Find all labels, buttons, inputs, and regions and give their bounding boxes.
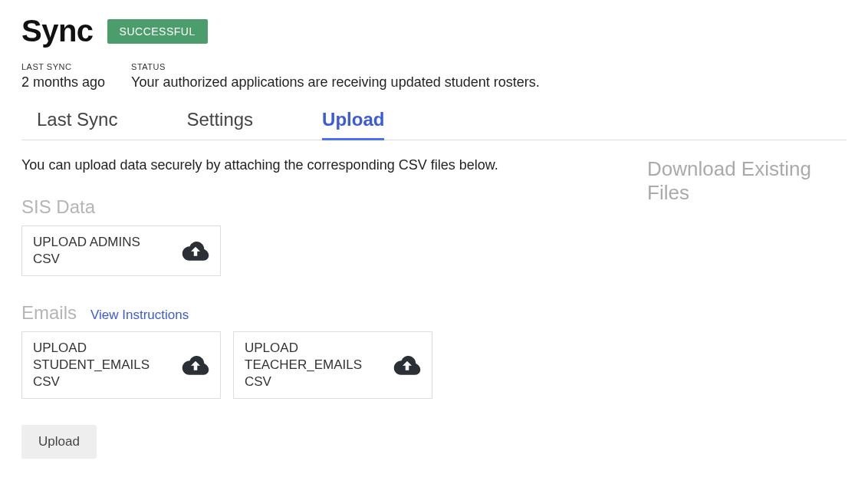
upload-admins-card[interactable]: UPLOAD ADMINS CSV [21,225,221,276]
tab-settings[interactable]: Settings [186,104,253,140]
upload-admins-label: UPLOAD ADMINS CSV [33,234,168,268]
status-badge: SUCCESSFUL [107,19,208,44]
info-last-sync: LAST SYNC 2 months ago [21,62,105,91]
status-label: STATUS [131,62,540,71]
upload-teacher-emails-label: UPLOAD TEACHER_EMAILS CSV [245,340,380,390]
tabs: Last Sync Settings Upload [21,104,847,140]
tab-upload[interactable]: Upload [322,104,384,140]
cloud-upload-icon [393,355,421,375]
upload-student-emails-label: UPLOAD STUDENT_EMAILS CSV [33,340,168,390]
intro-text: You can upload data securely by attachin… [21,157,624,173]
upload-teacher-emails-card[interactable]: UPLOAD TEACHER_EMAILS CSV [233,331,432,399]
upload-student-emails-card[interactable]: UPLOAD STUDENT_EMAILS CSV [21,331,221,399]
upload-button[interactable]: Upload [21,425,97,459]
view-instructions-link[interactable]: View Instructions [90,308,189,323]
last-sync-label: LAST SYNC [21,62,105,71]
download-existing-files-link[interactable]: Download Existing Files [647,157,847,205]
page-title: Sync [21,14,94,48]
tab-last-sync[interactable]: Last Sync [37,104,117,140]
sis-heading-text: SIS Data [21,196,95,218]
status-value: Your authorized applications are receivi… [131,74,540,91]
cloud-upload-icon [182,241,209,261]
sis-heading: SIS Data [21,196,624,218]
emails-heading: Emails View Instructions [21,302,624,324]
emails-heading-text: Emails [21,302,77,324]
cloud-upload-icon [182,355,209,375]
last-sync-value: 2 months ago [21,74,105,91]
info-status: STATUS Your authorized applications are … [131,62,540,91]
